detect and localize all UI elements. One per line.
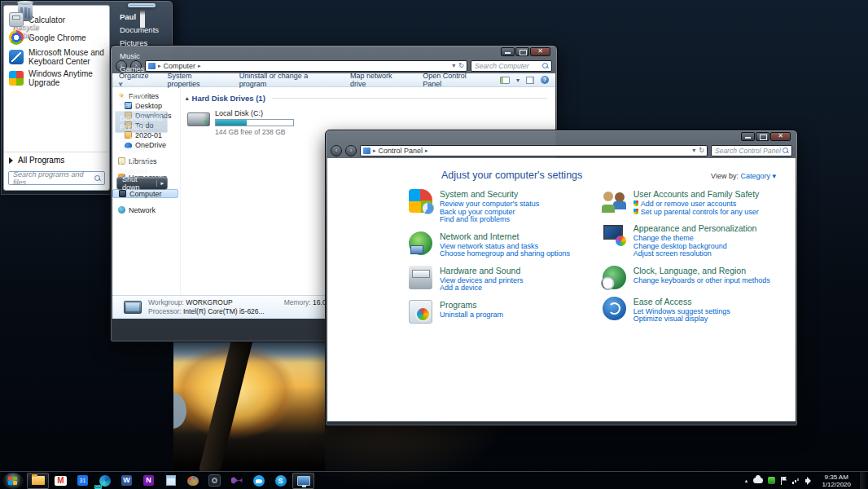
system-security-icon[interactable] [409,189,432,213]
start-item-games[interactable]: Games [115,63,168,76]
maximize-button[interactable] [756,132,769,141]
address-bar[interactable]: ▸ Control Panel ▸ ▾ ↻ [360,145,708,156]
uninstall-button[interactable]: Uninstall or change a program [239,72,337,88]
volume-icon[interactable] [805,477,813,484]
start-item-control-panel[interactable]: Control Panel [115,89,168,111]
user-avatar[interactable] [128,3,156,7]
category-title-link[interactable]: System and Security [440,189,539,199]
search-box[interactable]: Search Control Panel [711,145,792,156]
category-title-link[interactable]: Hardware and Sound [440,266,523,275]
breadcrumb-arrow-icon[interactable]: ▸ [425,148,428,154]
maximize-button[interactable] [515,47,529,56]
forward-button[interactable]: › [345,145,357,156]
change-view-icon[interactable] [500,77,510,84]
breadcrumb-arrow-icon[interactable]: ▸ [198,63,201,69]
taskbar-visual-studio[interactable] [226,473,248,489]
task-link[interactable]: Add a device [440,284,523,293]
task-link[interactable]: Find and fix problems [440,216,539,224]
taskbar-twitter[interactable] [248,473,270,489]
task-link[interactable]: Uninstall a program [440,311,503,319]
minimize-button[interactable] [741,132,755,141]
taskbar-remote-desktop[interactable] [292,473,314,489]
open-control-panel-button[interactable]: Open Control Panel [423,72,487,88]
show-desktop-button[interactable] [859,472,866,489]
task-link[interactable]: Optimize visual display [633,315,730,324]
ease-of-access-icon[interactable] [603,297,626,320]
start-item-computer[interactable]: Computer [115,76,168,89]
user-accounts-icon[interactable] [603,189,626,213]
start-search-input[interactable]: Search programs and files [8,171,105,185]
start-button[interactable] [2,473,24,489]
programs-icon[interactable] [409,300,432,324]
collapse-triangle-icon[interactable]: ▴ [186,95,189,102]
group-header-hard-disk-drives[interactable]: ▴ Hard Disk Drives (1) [186,94,547,103]
taskbar-gmail[interactable]: M [50,473,72,489]
start-item-mouse-keyboard-center[interactable]: Microsoft Mouse and Keyboard Center [4,46,109,68]
refresh-icon[interactable]: ↻ [458,62,464,69]
task-link-uac-shield[interactable]: Set up parental controls for any user [633,209,760,217]
start-item-pictures[interactable]: Pictures [115,37,168,50]
start-item-windows-anytime-upgrade[interactable]: Windows Anytime Upgrade [4,68,109,89]
taskbar-calendar[interactable]: 31 [72,473,94,489]
minimize-button[interactable] [501,47,515,56]
taskbar-screen-app[interactable] [204,473,226,489]
capacity-bar-fill [216,120,247,126]
category-title-link[interactable]: Network and Internet [440,231,570,241]
start-item-music[interactable]: Music [115,50,168,63]
network-internet-icon[interactable] [409,231,432,255]
system-properties-button[interactable]: System properties [167,72,226,88]
task-link[interactable]: Adjust screen resolution [633,250,757,258]
category-title-link[interactable]: Appearance and Personalization [633,223,757,233]
clock-region-icon[interactable] [603,266,626,289]
taskbar-word[interactable]: W [116,473,138,489]
view-by-dropdown[interactable]: Category ▾ [740,172,776,180]
shut-down-button[interactable]: Shut down ▸ [116,177,168,190]
map-network-drive-button[interactable]: Map network drive [350,72,410,88]
refresh-icon[interactable]: ↻ [699,147,704,154]
category-title-link[interactable]: User Accounts and Family Safety [633,189,760,199]
close-button[interactable] [770,132,791,141]
green-tray-icon[interactable] [768,477,775,484]
views-dropdown-icon[interactable]: ▾ [516,77,519,84]
start-item-devices-printers[interactable]: Devices and Printers [115,111,168,133]
show-hidden-icons-button[interactable]: ▲ [743,478,748,483]
start-item-google-chrome[interactable]: Google Chrome [4,29,109,46]
taskbar-paint[interactable] [182,473,204,489]
task-link[interactable]: Change keyboards or other input methods [633,277,770,285]
close-button[interactable] [530,47,550,56]
taskbar-explorer[interactable] [27,473,49,489]
help-icon[interactable]: ? [541,76,549,84]
start-item-help-support[interactable]: Help and Support [115,155,168,177]
task-link[interactable]: Choose homegroup and sharing options [440,250,570,258]
shut-down-options-arrow[interactable]: ▸ [156,180,167,187]
appearance-icon[interactable] [603,223,626,247]
breadcrumb[interactable]: Control Panel [379,147,423,155]
address-bar[interactable]: ▸ Computer ▸ ▾ ↻ [145,60,467,72]
control-panel-titlebar[interactable] [326,130,797,143]
taskbar-notepad[interactable] [160,473,182,489]
category-title-link[interactable]: Ease of Access [633,297,730,306]
taskbar-onenote[interactable]: N [138,473,160,489]
taskbar-clock[interactable]: 9:35 AM 1/12/2020 [818,474,854,488]
address-dropdown-icon[interactable]: ▾ [452,62,455,69]
network-signal-icon[interactable] [792,477,800,484]
onedrive-tray-icon[interactable] [753,478,763,483]
sidebar-item-network[interactable]: Network [112,205,180,214]
start-search-placeholder: Search programs and files [13,170,94,187]
search-box[interactable]: Search Computer [471,60,552,72]
preview-pane-icon[interactable] [526,77,534,84]
windows-flag-icon [9,71,24,86]
computer-titlebar[interactable] [111,46,557,58]
search-icon [783,148,788,153]
back-button[interactable]: ‹ [331,145,342,156]
category-title-link[interactable]: Clock, Language, and Region [633,266,770,275]
hardware-sound-icon[interactable] [409,266,432,289]
start-item-default-programs[interactable]: Default Programs [115,133,168,155]
category-title-link[interactable]: Programs [440,300,503,310]
address-dropdown-icon[interactable]: ▾ [692,147,695,154]
all-programs[interactable]: All Programs [4,152,109,168]
action-center-flag-icon[interactable] [780,477,787,485]
start-item-calculator[interactable]: Calculator [4,11,109,29]
taskbar-skype[interactable]: S [270,473,292,489]
taskbar-edge[interactable]: CU [94,473,116,489]
